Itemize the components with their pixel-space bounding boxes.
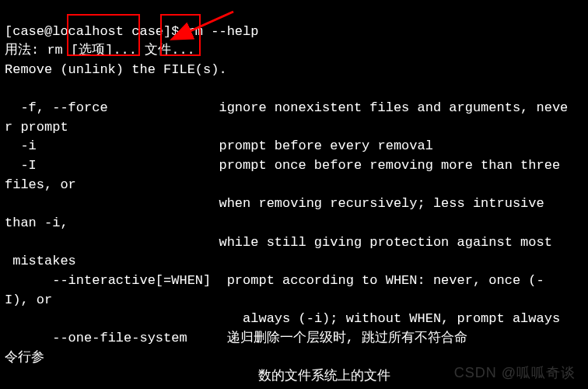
line-opt-i: -i prompt before every removal	[5, 138, 433, 153]
line-usage: 用法: rm [选项]... 文件...	[5, 43, 195, 58]
line-wrap: 令行参	[5, 350, 44, 365]
line-opt-interactive: --interactive[=WHEN] prompt according to…	[5, 273, 544, 288]
terminal-output[interactable]: [case@localhost case]$ rm --help 用法: rm …	[0, 0, 588, 389]
shell-command: rm --help	[187, 24, 259, 39]
line-wrap: 数的文件系统上的文件	[5, 369, 390, 384]
line-opt-f: -f, --force ignore nonexistent files and…	[5, 100, 568, 115]
line-wrap: r prompt	[5, 120, 68, 135]
line-wrap: than -i,	[5, 216, 68, 230]
line-wrap: when removing recursively; less intrusiv…	[5, 196, 552, 211]
line-opt-I: -I prompt once before removing more than…	[5, 158, 568, 173]
line-wrap: files, or	[5, 177, 76, 192]
line-opt-onefs: --one-file-system 递归删除一个层级时, 跳过所有不符合命	[5, 331, 467, 345]
line-wrap: mistakes	[5, 254, 76, 268]
line-wrap: always (-i); without WHEN, prompt always	[5, 311, 560, 326]
line-remove: Remove (unlink) the FILE(s).	[5, 62, 227, 77]
line-wrap: I), or	[5, 293, 52, 307]
line-wrap: while still giving protection against mo…	[5, 235, 552, 250]
shell-prompt: [case@localhost case]$	[5, 24, 179, 39]
